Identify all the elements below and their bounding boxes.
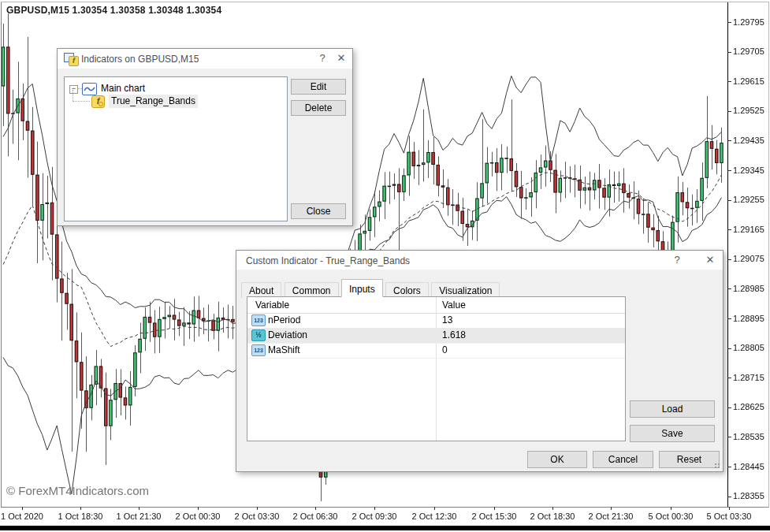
time-label: 1 Oct 21:30	[117, 512, 162, 521]
dialog-title: Indicators on GBPUSD,M15	[81, 54, 199, 65]
price-label: 1.29525	[733, 106, 764, 115]
time-label: 2 Oct 18:30	[530, 512, 575, 521]
close-button[interactable]: Close	[291, 203, 346, 219]
price-label: 1.28895	[733, 314, 764, 323]
price-label: 1.29795	[733, 17, 764, 27]
tree-item-label: True_Range_Bands	[109, 95, 198, 108]
reset-button[interactable]: Reset	[659, 451, 720, 468]
param-name: Deviation	[268, 329, 307, 340]
price-label: 1.29345	[733, 166, 764, 175]
price-label: 1.29615	[733, 76, 764, 86]
price-label: 1.28355	[733, 491, 764, 500]
delete-button[interactable]: Delete	[291, 100, 346, 116]
price-label: 1.28535	[733, 432, 764, 441]
tab-visualization[interactable]: Visualization	[431, 282, 500, 298]
chart-icon	[82, 83, 97, 95]
table-row-deviation[interactable]: ½ Deviation 1.618	[247, 328, 625, 344]
price-label: 1.29165	[733, 225, 764, 234]
indicators-dialog: f Indicators on GBPUSD,M15 ? ✕ − Main ch…	[57, 48, 353, 226]
fx-icon: f	[91, 95, 105, 108]
tab-common[interactable]: Common	[285, 282, 339, 298]
help-icon[interactable]: ?	[316, 51, 329, 65]
tab-about[interactable]: About	[241, 282, 281, 298]
indicator-tree: − Main chart f True_Range_Bands	[64, 76, 288, 221]
integer-type-icon: 123	[251, 314, 266, 326]
price-label: 1.28805	[733, 343, 764, 352]
table-row-nperiod[interactable]: 123 nPeriod 13	[247, 313, 625, 329]
price-label: 1.29075	[733, 254, 764, 263]
save-button[interactable]: Save	[630, 425, 715, 442]
double-type-icon: ½	[251, 329, 266, 341]
custom-indicator-dialog: Custom Indicator - True_Range_Bands ? ✕ …	[236, 250, 724, 472]
indicators-dialog-icon: f	[64, 53, 78, 65]
time-label: 2 Oct 06:30	[293, 512, 338, 521]
price-label: 1.29705	[733, 47, 764, 56]
time-label: 2 Oct 12:30	[412, 512, 457, 521]
close-icon[interactable]: ✕	[335, 51, 348, 65]
time-label: 2 Oct 09:30	[352, 512, 397, 521]
price-label: 1.29435	[733, 136, 764, 145]
param-value[interactable]: 13	[442, 314, 452, 326]
time-label: 1 Oct 18:30	[58, 512, 103, 521]
price-label: 1.28985	[733, 284, 764, 293]
cancel-button[interactable]: Cancel	[593, 451, 653, 468]
inputs-table: Variable Value 123 nPeriod 13 ½ Deviatio…	[247, 296, 626, 441]
resize-grip-icon[interactable]	[714, 463, 720, 469]
price-label: 1.29255	[733, 195, 764, 204]
time-label: 1 Oct 2020	[1, 512, 43, 521]
edit-button[interactable]: Edit	[291, 79, 346, 95]
param-value[interactable]: 0	[442, 344, 448, 355]
time-label: 5 Oct 03:30	[707, 512, 752, 521]
ok-button[interactable]: OK	[527, 451, 587, 468]
column-header-value: Value	[442, 299, 466, 311]
param-name: MaShift	[268, 344, 300, 355]
price-label: 1.28715	[733, 373, 764, 382]
tab-inputs[interactable]: Inputs	[341, 279, 383, 297]
time-label: 2 Oct 03:30	[235, 512, 280, 521]
load-button[interactable]: Load	[630, 400, 715, 418]
param-name: nPeriod	[268, 314, 300, 326]
help-icon[interactable]: ?	[671, 253, 683, 267]
price-label: 1.28625	[733, 402, 764, 411]
time-label: 5 Oct 00:30	[649, 512, 694, 521]
price-label: 1.28445	[733, 462, 764, 471]
column-header-variable: Variable	[255, 299, 289, 311]
mt4-chart-window: GBPUSD,M15 1.30354 1.30358 1.30348 1.303…	[0, 0, 770, 532]
close-icon[interactable]: ✕	[704, 253, 716, 267]
custom-dialog-titlebar[interactable]: Custom Indicator - True_Range_Bands ? ✕	[236, 251, 723, 270]
time-label: 2 Oct 15:30	[472, 512, 517, 521]
table-row-mashift[interactable]: 123 MaShift 0	[247, 343, 625, 359]
indicators-dialog-titlebar[interactable]: f Indicators on GBPUSD,M15 ? ✕	[58, 49, 352, 69]
time-label: 2 Oct 00:30	[176, 512, 221, 521]
watermark: © ForexMT4Indicators.com	[6, 484, 149, 497]
tree-item-label: Main chart	[101, 82, 145, 95]
tab-colors[interactable]: Colors	[385, 282, 429, 298]
param-value[interactable]: 1.618	[442, 329, 466, 340]
time-label: 2 Oct 21:30	[589, 512, 634, 521]
dialog-title: Custom Indicator - True_Range_Bands	[246, 255, 410, 266]
tab-bar: About Common Inputs Colors Visualization	[241, 279, 499, 296]
tree-expand-toggle[interactable]: −	[69, 85, 78, 94]
symbol-ohlc-readout: GBPUSD,M15 1.30354 1.30358 1.30348 1.303…	[6, 5, 221, 16]
integer-type-icon: 123	[251, 344, 266, 356]
